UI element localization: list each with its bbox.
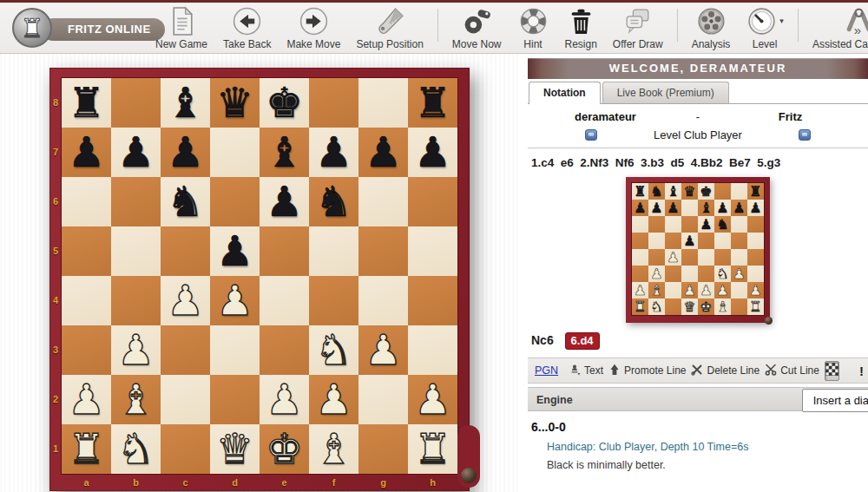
square-e8[interactable]: ♚	[260, 78, 309, 128]
piece-bP-b7: ♟	[648, 200, 665, 216]
square-g8[interactable]	[358, 78, 408, 128]
player-badge-icon[interactable]	[799, 129, 811, 141]
square-b7[interactable]: ♟	[111, 128, 161, 177]
square-a3[interactable]	[62, 325, 111, 375]
analysis-button[interactable]: Analysis	[684, 3, 739, 52]
square-d3[interactable]	[210, 325, 260, 375]
promote-line-button[interactable]: Promote Line	[608, 364, 686, 378]
square-f6[interactable]: ♞	[309, 177, 358, 226]
pgn-link[interactable]: PGN	[535, 364, 558, 377]
cut-line-button[interactable]: Cut Line	[765, 364, 819, 378]
square-c4[interactable]: ♟	[161, 276, 210, 325]
resign-button[interactable]: Resign	[557, 3, 605, 52]
square-e7[interactable]: ♝	[260, 128, 309, 177]
square-b1: ♞	[648, 298, 665, 315]
square-a6[interactable]	[62, 177, 111, 226]
square-f8[interactable]	[309, 78, 358, 128]
level-dropdown-caret-icon[interactable]: ▾	[779, 16, 784, 25]
square-f4[interactable]	[309, 276, 358, 325]
square-a5[interactable]	[62, 226, 111, 276]
square-c2[interactable]	[161, 375, 210, 424]
square-b6[interactable]	[111, 177, 161, 226]
square-c7: ♟	[665, 200, 681, 216]
square-b1[interactable]: ♞	[111, 424, 161, 474]
square-f2[interactable]: ♟	[309, 375, 358, 424]
square-h1[interactable]: ♜	[408, 424, 457, 474]
square-e1[interactable]: ♚	[260, 424, 309, 474]
current-move-badge[interactable]: 6.d4	[565, 332, 600, 350]
square-h2[interactable]: ♟	[408, 375, 457, 424]
square-e6[interactable]: ♟	[260, 177, 309, 226]
square-c8[interactable]: ♝	[161, 78, 210, 128]
new-game-button[interactable]: New Game	[148, 3, 215, 52]
square-g3[interactable]: ♟	[358, 325, 408, 375]
square-g4[interactable]	[358, 276, 408, 325]
square-h4[interactable]	[408, 276, 457, 325]
hint-button[interactable]: Hint	[510, 3, 557, 52]
square-f1[interactable]: ♝	[309, 424, 358, 474]
level-button[interactable]: ▾Level	[738, 3, 792, 52]
toolbar-overflow-button[interactable]: »	[854, 23, 861, 37]
square-d4[interactable]: ♟	[210, 276, 260, 325]
square-b8[interactable]	[111, 78, 161, 128]
square-c7[interactable]: ♟	[161, 128, 210, 177]
player-badge-icon[interactable]	[585, 129, 597, 141]
square-c5[interactable]	[161, 226, 210, 276]
square-h3[interactable]	[408, 325, 457, 375]
square-h8[interactable]: ♜	[408, 78, 457, 128]
square-b3[interactable]: ♟	[111, 325, 161, 375]
piece-wP-f2: ♟	[714, 282, 731, 298]
square-g7[interactable]: ♟	[358, 128, 408, 177]
offer-draw-button[interactable]: Offer Draw	[605, 3, 671, 52]
square-a2[interactable]: ♟	[62, 375, 111, 424]
square-d5[interactable]: ♟	[210, 226, 260, 276]
square-h7[interactable]: ♟	[408, 128, 457, 177]
rank-label-7: 7	[49, 128, 62, 177]
square-d1[interactable]: ♛	[210, 424, 260, 474]
move-now-button[interactable]: Move Now	[444, 3, 510, 52]
square-d8[interactable]: ♛	[210, 78, 260, 128]
square-c1[interactable]	[161, 424, 210, 474]
square-d7[interactable]	[210, 128, 260, 177]
square-c6[interactable]: ♞	[161, 177, 210, 226]
square-a7[interactable]: ♟	[62, 128, 111, 177]
square-d6[interactable]	[210, 177, 260, 226]
good-move-annotation-button[interactable]: !	[853, 364, 868, 378]
square-h6[interactable]	[408, 177, 457, 226]
text-button[interactable]: Text	[569, 364, 603, 378]
insert-diagram-button[interactable]: Insert a dia	[802, 389, 868, 412]
square-f3[interactable]: ♞	[309, 325, 358, 375]
insert-diagram-toggle-button[interactable]	[825, 361, 839, 381]
move-text[interactable]: Nc6	[531, 333, 554, 347]
square-b2[interactable]: ♝	[111, 375, 161, 424]
square-e3[interactable]	[260, 325, 309, 375]
make-move-button[interactable]: Make Move	[279, 3, 348, 52]
square-f7[interactable]: ♟	[309, 128, 358, 177]
piece-wR-a1: ♜	[632, 298, 648, 315]
delete-line-button[interactable]: Delete Line	[691, 364, 760, 378]
setup-position-button[interactable]: Setup Position	[348, 3, 431, 52]
square-h5[interactable]	[408, 226, 457, 276]
square-g6[interactable]	[358, 177, 408, 226]
square-e2: ♟	[698, 282, 714, 298]
toolbar-separator	[677, 9, 678, 42]
take-back-button[interactable]: Take Back	[215, 3, 279, 52]
square-f5[interactable]	[309, 226, 358, 276]
square-g1[interactable]	[358, 424, 408, 474]
square-a4[interactable]	[62, 276, 111, 325]
square-e2[interactable]: ♟	[260, 375, 309, 424]
square-a8[interactable]: ♜	[62, 78, 111, 128]
move-list[interactable]: 1.c4 e6 2.Nf3 Nf6 3.b3 d5 4.Bb2 Be7 5.g3	[528, 148, 868, 169]
app-logo[interactable]: FRITZ ONLINE ♜	[7, 5, 146, 50]
square-a1[interactable]: ♜	[62, 424, 111, 474]
square-e5[interactable]	[260, 226, 309, 276]
square-e4[interactable]	[260, 276, 309, 325]
square-g2[interactable]	[358, 375, 408, 424]
square-b4[interactable]	[111, 276, 161, 325]
square-c3[interactable]	[161, 325, 210, 375]
square-g5[interactable]	[358, 226, 408, 276]
tab-notation[interactable]: Notation	[529, 82, 601, 104]
tab-live-book-premium[interactable]: Live Book (Premium)	[602, 82, 729, 103]
square-d2[interactable]	[210, 375, 260, 424]
square-b5[interactable]	[111, 226, 161, 276]
